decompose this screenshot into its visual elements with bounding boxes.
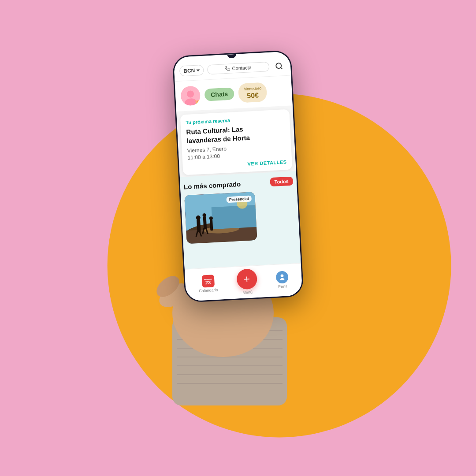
ver-detalles-link[interactable]: VER DETALLES [188,160,286,170]
svg-rect-9 [212,205,257,229]
svg-rect-10 [197,219,201,232]
chevron-down-icon [196,69,200,71]
section-title: Lo más comprado [184,180,241,191]
calendar-date: 23 [205,280,211,285]
calendar-label: Calendario [199,288,218,293]
mas-comprado-section: Lo más comprado Todos [180,171,301,269]
svg-text:👑: 👑 [195,99,201,106]
todos-button[interactable]: Todos [270,177,293,187]
profile-nav-icon [276,271,289,283]
avatar: 👑 [180,86,201,106]
menu-label: Menú [242,290,253,295]
phone-screen: BCN Contacta [174,51,303,301]
monedero-pill[interactable]: Monedero 50€ [238,82,268,103]
phone-device: BCN Contacta [172,50,304,302]
activity-card[interactable]: Presencial [184,192,257,244]
nav-item-profile[interactable]: Perfil [276,271,289,289]
avatar-image: 👑 [180,86,201,106]
contact-button[interactable]: Contacta [207,62,270,74]
chats-label: Chats [211,90,228,98]
bottom-nav: ▬▬▬ 23 Calendario + Menú [185,263,302,301]
activity-image: Presencial [184,192,257,244]
chats-pill[interactable]: Chats [205,87,234,101]
section-header: Lo más comprado Todos [184,177,294,191]
nav-item-calendar[interactable]: ▬▬▬ 23 Calendario [198,275,218,293]
monedero-amount: 50€ [244,91,262,100]
reservation-card: Tu próxima reserva Ruta Cultural: Las la… [180,109,293,175]
search-icon [275,62,283,70]
profile-section: 👑 Chats Monedero 50€ [175,75,293,112]
location-text: BCN [183,67,195,74]
monedero-label: Monedero [243,86,261,91]
profile-label: Perfil [278,284,287,289]
svg-rect-12 [203,216,207,229]
event-title: Ruta Cultural: Las lavanderas de Horta [186,123,286,145]
profile-icon [278,273,287,282]
add-button[interactable]: + [236,268,257,290]
phone-body: BCN Contacta [172,50,304,302]
search-button[interactable] [272,60,285,72]
phone-screen-container: BCN Contacta [174,51,303,301]
nav-item-menu[interactable]: + Menú [236,268,258,295]
location-badge[interactable]: BCN [179,65,204,77]
svg-point-21 [281,274,284,277]
contact-button-label: Contacta [232,65,252,71]
scene: BCN Contacta [0,0,476,476]
calendar-icon: ▬▬▬ 23 [201,275,214,287]
phone-icon [225,66,231,72]
plus-icon: + [243,274,250,285]
phone-hand-scene: BCN Contacta [145,44,331,405]
